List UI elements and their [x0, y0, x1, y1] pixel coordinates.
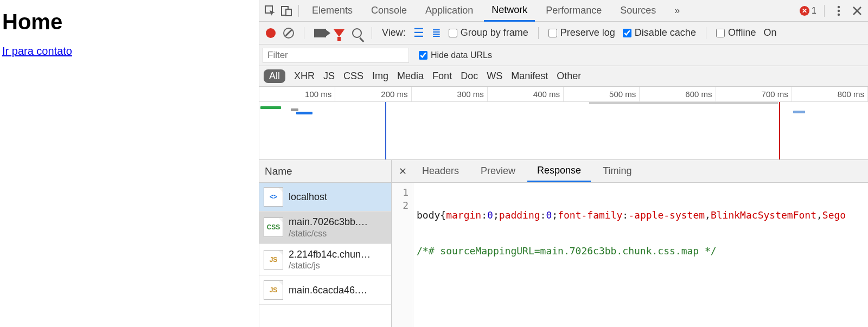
record-button[interactable]	[266, 28, 276, 38]
gutter: 1 2	[392, 183, 413, 327]
type-xhr[interactable]: XHR	[294, 70, 315, 82]
type-media[interactable]: Media	[397, 70, 424, 82]
filter-icon[interactable]	[334, 29, 344, 37]
detail-tab-preview[interactable]: Preview	[471, 161, 525, 181]
request-detail: ✕ Headers Preview Response Timing 1 2 bo…	[392, 160, 868, 327]
timeline-body	[259, 102, 868, 160]
error-count: 1	[812, 6, 816, 16]
filter-input[interactable]	[263, 48, 409, 63]
error-badge[interactable]: ✕ 1	[800, 6, 816, 16]
detail-tab-timing[interactable]: Timing	[593, 161, 641, 181]
page-content: Home Ir para contato	[0, 0, 259, 327]
type-filter-bar: All XHR JS CSS Img Media Font Doc WS Man…	[259, 66, 868, 87]
type-manifest[interactable]: Manifest	[511, 70, 548, 82]
large-rows-icon[interactable]: ☰	[413, 26, 424, 40]
preserve-log-checkbox[interactable]: Preserve log	[548, 27, 615, 39]
timeline-ruler: 100 ms 200 ms 300 ms 400 ms 500 ms 600 m…	[259, 87, 868, 102]
page-title: Home	[2, 10, 257, 34]
online-dropdown[interactable]: On	[764, 27, 777, 39]
response-body[interactable]: 1 2 body{margin:0;padding:0;font-family:…	[392, 183, 868, 327]
svg-rect-2	[286, 9, 291, 16]
detail-tabstrip: ✕ Headers Preview Response Timing	[392, 160, 868, 183]
tab-sources[interactable]: Sources	[612, 1, 663, 21]
request-row-main-js[interactable]: JS main.6cacda46.…	[259, 276, 391, 305]
detail-tab-headers[interactable]: Headers	[412, 161, 469, 181]
tab-application[interactable]: Application	[418, 1, 481, 21]
timeline-marker-red	[779, 102, 780, 160]
page-link[interactable]: Ir para contato	[2, 45, 72, 57]
file-icon-js: JS	[264, 250, 283, 270]
detail-tab-response[interactable]: Response	[527, 161, 591, 182]
inspect-icon[interactable]	[264, 4, 277, 17]
svg-point-3	[838, 5, 840, 8]
type-all[interactable]: All	[264, 69, 285, 83]
tabs-overflow[interactable]: »	[667, 1, 687, 21]
timeline-marker-blue	[385, 102, 386, 160]
file-icon-css: CSS	[264, 217, 283, 237]
source: body{margin:0;padding:0;font-family:-app…	[413, 183, 868, 327]
disable-cache-checkbox[interactable]: Disable cache	[623, 27, 696, 39]
type-ws[interactable]: WS	[487, 70, 502, 82]
tab-console[interactable]: Console	[363, 1, 414, 21]
tab-network[interactable]: Network	[484, 0, 535, 22]
screenshot-icon[interactable]	[314, 29, 326, 37]
offline-checkbox[interactable]: Offline	[716, 27, 756, 39]
file-icon-html: <>	[264, 187, 283, 207]
timeline-bar	[793, 111, 805, 113]
svg-point-4	[838, 9, 840, 11]
timeline-bar	[260, 106, 281, 109]
device-icon[interactable]	[280, 4, 293, 17]
divider	[304, 27, 304, 39]
close-icon[interactable]	[851, 4, 864, 17]
timeline-range	[589, 102, 778, 104]
svg-point-5	[838, 13, 840, 15]
divider	[372, 27, 372, 39]
type-img[interactable]: Img	[372, 70, 388, 82]
divider	[298, 5, 299, 17]
filter-bar: Hide data URLs	[259, 44, 868, 66]
type-font[interactable]: Font	[432, 70, 452, 82]
tab-elements[interactable]: Elements	[304, 1, 360, 21]
group-by-frame-checkbox[interactable]: Group by frame	[449, 27, 528, 39]
devtools-panel: Elements Console Application Network Per…	[259, 0, 868, 327]
request-row-main-css[interactable]: CSS main.7026c3bb.… /static/css	[259, 211, 391, 244]
divider	[538, 27, 539, 39]
network-toolbar: View: ☰ ≣ Group by frame Preserve log Di…	[259, 22, 868, 44]
timeline-bar	[291, 108, 298, 111]
view-label: View:	[382, 27, 406, 39]
request-list: Name <> localhost CSS main.7026c3bb.… /s…	[259, 160, 392, 327]
request-row-localhost[interactable]: <> localhost	[259, 183, 391, 211]
search-icon[interactable]	[352, 28, 362, 38]
tab-performance[interactable]: Performance	[538, 1, 609, 21]
timeline-overview[interactable]: 100 ms 200 ms 300 ms 400 ms 500 ms 600 m…	[259, 87, 868, 160]
network-bottom: Name <> localhost CSS main.7026c3bb.… /s…	[259, 160, 868, 327]
clear-button[interactable]	[283, 28, 294, 39]
type-js[interactable]: JS	[323, 70, 335, 82]
request-list-header[interactable]: Name	[259, 160, 391, 183]
type-other[interactable]: Other	[557, 70, 581, 82]
hide-data-urls-checkbox[interactable]: Hide data URLs	[419, 50, 492, 60]
request-row-chunk-js[interactable]: JS 2.214fb14c.chun… /static/js	[259, 244, 391, 277]
detail-close-icon[interactable]: ✕	[395, 164, 410, 179]
divider	[824, 5, 825, 17]
error-icon: ✕	[800, 6, 809, 16]
type-doc[interactable]: Doc	[461, 70, 478, 82]
type-css[interactable]: CSS	[343, 70, 363, 82]
kebab-icon[interactable]	[832, 4, 845, 17]
divider	[706, 27, 706, 39]
file-icon-js: JS	[264, 280, 283, 300]
devtools-tabstrip: Elements Console Application Network Per…	[259, 0, 868, 22]
timeline-bar	[296, 112, 312, 114]
waterfall-icon[interactable]: ≣	[432, 27, 441, 40]
